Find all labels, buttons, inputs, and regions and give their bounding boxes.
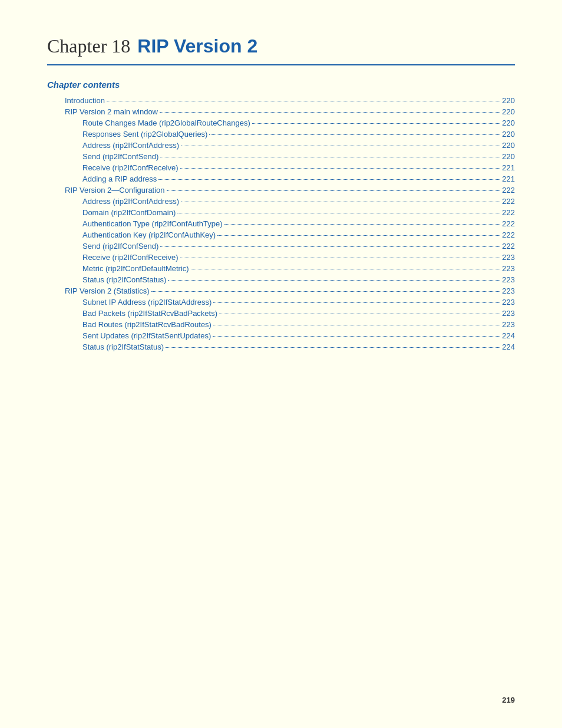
toc-page: 224 <box>502 342 515 351</box>
chapter-title: RIP Version 2 <box>137 35 257 57</box>
chapter-heading: Chapter 18 RIP Version 2 <box>47 35 515 57</box>
toc-entry[interactable]: Subnet IP Address (rip2IfStatAddress)223 <box>47 297 515 307</box>
toc-entry[interactable]: Receive (rip2IfConfReceive)223 <box>47 252 515 262</box>
toc-label: Route Changes Made (rip2GlobalRouteChang… <box>82 118 250 127</box>
toc-dots <box>177 206 500 213</box>
toc-dots <box>181 195 500 202</box>
toc-page: 222 <box>502 230 515 239</box>
toc-label: Address (rip2IfConfAddress) <box>82 141 179 150</box>
toc-label: Bad Routes (rip2IfStatRcvBadRoutes) <box>82 320 211 329</box>
toc-dots <box>181 139 500 146</box>
toc-dots <box>217 228 500 236</box>
toc-dots <box>219 307 500 314</box>
toc-page: 223 <box>502 286 515 295</box>
toc-dots <box>160 105 500 113</box>
toc-label: Address (rip2IfConfAddress) <box>82 197 179 206</box>
toc-entry[interactable]: RIP Version 2 main window220 <box>47 107 515 116</box>
toc-dots <box>160 150 500 157</box>
toc-page: 222 <box>502 197 515 206</box>
toc-label: Status (rip2IfConfStatus) <box>82 275 166 284</box>
toc-dots <box>158 172 500 180</box>
toc-page: 224 <box>502 331 515 340</box>
toc-entry[interactable]: Address (rip2IfConfAddress)222 <box>47 196 515 206</box>
toc-page: 223 <box>502 275 515 284</box>
toc-label: Send (rip2IfConfSend) <box>82 152 158 161</box>
toc-dots <box>213 318 500 325</box>
toc-entry[interactable]: Bad Routes (rip2IfStatRcvBadRoutes)223 <box>47 319 515 329</box>
toc-page: 222 <box>502 208 515 217</box>
toc-dots <box>180 251 501 258</box>
toc-label: Subnet IP Address (rip2IfStatAddress) <box>82 298 211 307</box>
toc-entry[interactable]: Sent Updates (rip2IfStatSentUpdates)224 <box>47 331 515 340</box>
toc-dots <box>166 340 500 348</box>
toc-label: Domain (rip2IfConfDomain) <box>82 208 176 217</box>
toc-dots <box>168 273 500 281</box>
toc-page: 220 <box>502 141 515 150</box>
toc-dots <box>252 116 501 124</box>
toc-label: Sent Updates (rip2IfStatSentUpdates) <box>82 331 211 340</box>
page-number: 219 <box>502 696 515 704</box>
toc-label: RIP Version 2—Configuration <box>65 186 165 195</box>
page: Chapter 18 RIP Version 2 Chapter content… <box>0 0 562 728</box>
toc-page: 223 <box>502 253 515 262</box>
toc-page: 220 <box>502 96 515 105</box>
toc-page: 222 <box>502 242 515 251</box>
toc-entry[interactable]: Send (rip2IfConfSend)222 <box>47 241 515 251</box>
toc-dots <box>224 217 501 225</box>
toc-dots <box>213 295 500 303</box>
toc-label: Status (rip2IfStatStatus) <box>82 342 164 351</box>
toc-entry[interactable]: Introduction220 <box>47 95 515 105</box>
toc-entry[interactable]: Responses Sent (rip2GlobalQueries)220 <box>47 129 515 139</box>
toc-entry[interactable]: Receive (rip2IfConfReceive)221 <box>47 163 515 172</box>
toc-label: Receive (rip2IfConfReceive) <box>82 163 178 172</box>
toc-label: Introduction <box>65 96 105 105</box>
toc-label: Metric (rip2IfConfDefaultMetric) <box>82 264 189 273</box>
toc-page: 221 <box>502 174 515 183</box>
toc-dots <box>191 262 501 269</box>
toc-entry[interactable]: RIP Version 2 (Statistics)223 <box>47 286 515 295</box>
toc-label: Authentication Key (rip2IfConfAuthKey) <box>82 230 216 239</box>
toc-page: 221 <box>502 163 515 172</box>
toc-entry[interactable]: Bad Packets (rip2IfStatRcvBadPackets)223 <box>47 308 515 318</box>
toc: Introduction220RIP Version 2 main window… <box>47 95 515 351</box>
toc-label: Authentication Type (rip2IfConfAuthType) <box>82 219 223 228</box>
toc-label: Send (rip2IfConfSend) <box>82 242 158 251</box>
toc-dots <box>209 127 500 135</box>
toc-page: 220 <box>502 107 515 116</box>
toc-entry[interactable]: RIP Version 2—Configuration222 <box>47 185 515 195</box>
toc-dots <box>107 94 500 101</box>
toc-entry[interactable]: Route Changes Made (rip2GlobalRouteChang… <box>47 118 515 127</box>
toc-label: RIP Version 2 (Statistics) <box>65 286 150 295</box>
toc-label: Adding a RIP address <box>82 174 157 183</box>
section-title: Chapter contents <box>47 80 515 90</box>
toc-entry[interactable]: Adding a RIP address221 <box>47 174 515 183</box>
chapter-divider <box>47 64 515 65</box>
toc-page: 220 <box>502 118 515 127</box>
toc-entry[interactable]: Authentication Key (rip2IfConfAuthKey)22… <box>47 230 515 239</box>
toc-label: Receive (rip2IfConfReceive) <box>82 253 178 262</box>
toc-label: Responses Sent (rip2GlobalQueries) <box>82 130 207 139</box>
chapter-label: Chapter 18 <box>47 35 130 57</box>
toc-entry[interactable]: Metric (rip2IfConfDefaultMetric)223 <box>47 263 515 273</box>
toc-dots <box>180 161 501 169</box>
toc-entry[interactable]: Send (rip2IfConfSend)220 <box>47 151 515 161</box>
toc-entry[interactable]: Status (rip2IfStatStatus)224 <box>47 342 515 351</box>
toc-page: 220 <box>502 152 515 161</box>
toc-dots <box>160 239 500 247</box>
toc-entry[interactable]: Domain (rip2IfConfDomain)222 <box>47 207 515 217</box>
toc-label: Bad Packets (rip2IfStatRcvBadPackets) <box>82 309 217 318</box>
toc-page: 220 <box>502 130 515 139</box>
toc-label: RIP Version 2 main window <box>65 107 158 116</box>
toc-entry[interactable]: Status (rip2IfConfStatus)223 <box>47 275 515 284</box>
toc-dots <box>167 183 501 191</box>
toc-page: 223 <box>502 298 515 307</box>
toc-page: 222 <box>502 186 515 195</box>
toc-page: 223 <box>502 264 515 273</box>
toc-page: 223 <box>502 309 515 318</box>
toc-page: 222 <box>502 219 515 228</box>
toc-dots <box>213 329 500 337</box>
toc-entry[interactable]: Address (rip2IfConfAddress)220 <box>47 140 515 150</box>
toc-page: 223 <box>502 320 515 329</box>
toc-entry[interactable]: Authentication Type (rip2IfConfAuthType)… <box>47 219 515 228</box>
toc-dots <box>151 284 501 292</box>
